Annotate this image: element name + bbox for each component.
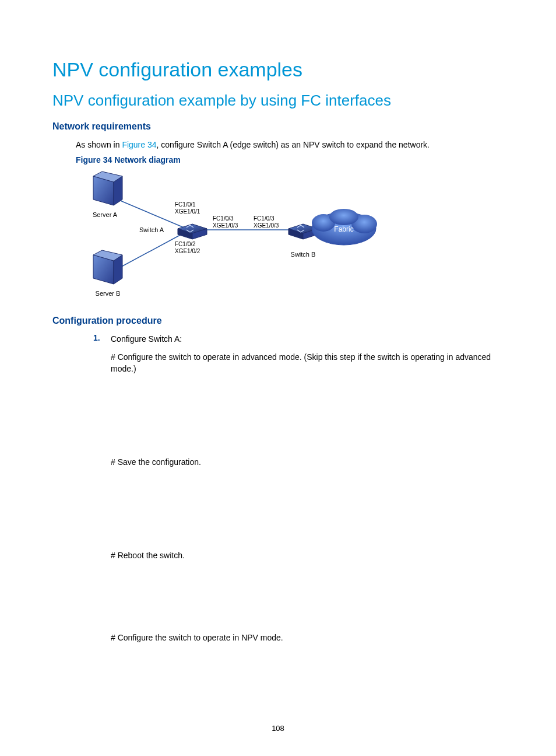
step-1: 1. Configure Switch A: # Configure the s… [93,333,504,649]
req-text-post: , configure Switch A (edge switch) as an… [157,140,430,149]
requirements-paragraph: As shown in Figure 34, configure Switch … [76,139,504,150]
port-xge101: XGE1/0/1 [175,208,200,215]
port-xge102: XGE1/0/2 [175,248,200,254]
step-1-number: 1. [93,333,111,649]
page: NPV configuration examples NPV configura… [0,0,556,756]
port-xge103-b: XGE1/0/3 [254,222,279,229]
page-number: 108 [0,724,556,733]
network-diagram: Server A Server B Switch A Switch B [76,170,385,302]
step-1-p3: # Reboot the switch. [111,550,504,561]
switch-b-label: Switch B [291,251,316,258]
switch-a-label: Switch A [139,226,164,233]
heading-2: NPV configuration example by using FC in… [52,92,504,110]
server-a-icon [93,172,122,205]
step-1-body: Configure Switch A: # Configure the swit… [111,333,504,649]
step-1-title: Configure Switch A: [111,333,504,345]
fabric-label: Fabric [334,225,353,233]
figure-34-link[interactable]: Figure 34 [122,140,156,149]
step-1-p4: # Configure the switch to operate in NPV… [111,632,504,643]
req-text-pre: As shown in [76,140,122,149]
server-a-label: Server A [93,211,118,218]
heading-configuration-procedure: Configuration procedure [52,316,504,326]
heading-network-requirements: Network requirements [52,121,504,132]
port-fc101: FC1/0/1 [175,201,196,208]
port-fc103-b: FC1/0/3 [254,215,275,222]
port-fc102: FC1/0/2 [175,241,196,247]
port-fc103-a: FC1/0/3 [213,215,234,222]
svg-point-15 [329,209,358,225]
heading-1: NPV configuration examples [52,58,504,81]
figure-caption: Figure 34 Network diagram [76,155,504,164]
switch-a-icon [178,224,207,239]
server-b-icon [93,250,122,284]
server-b-label: Server B [96,290,121,297]
step-1-p1: # Configure the switch to operate in adv… [111,351,504,375]
step-1-p2: # Save the configuration. [111,456,504,468]
port-xge103-a: XGE1/0/3 [213,222,238,229]
